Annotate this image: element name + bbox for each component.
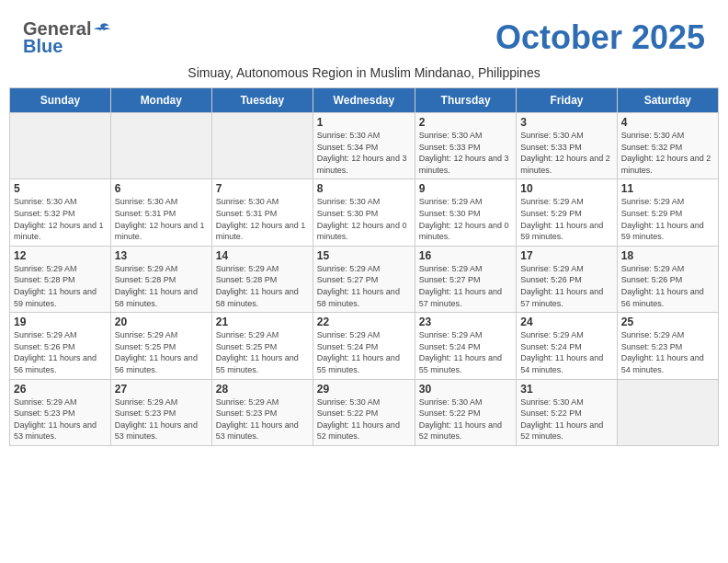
day-info: Sunrise: 5:29 AM Sunset: 5:29 PM Dayligh… bbox=[520, 196, 612, 242]
calendar-cell: 20Sunrise: 5:29 AM Sunset: 5:25 PM Dayli… bbox=[110, 313, 211, 379]
calendar-cell: 5Sunrise: 5:30 AM Sunset: 5:32 PM Daylig… bbox=[10, 179, 111, 246]
day-number: 10 bbox=[520, 182, 612, 195]
calendar-week-row: 12Sunrise: 5:29 AM Sunset: 5:28 PM Dayli… bbox=[10, 246, 719, 312]
day-number: 4 bbox=[621, 116, 714, 129]
calendar-cell: 22Sunrise: 5:29 AM Sunset: 5:24 PM Dayli… bbox=[313, 313, 415, 379]
logo-blue: Blue bbox=[23, 36, 63, 57]
day-number: 28 bbox=[216, 383, 309, 396]
day-info: Sunrise: 5:29 AM Sunset: 5:25 PM Dayligh… bbox=[115, 329, 208, 375]
page-header: General Blue October 2025 bbox=[9, 9, 719, 62]
day-info: Sunrise: 5:30 AM Sunset: 5:32 PM Dayligh… bbox=[621, 130, 714, 176]
day-info: Sunrise: 5:30 AM Sunset: 5:31 PM Dayligh… bbox=[115, 196, 208, 242]
calendar-cell: 9Sunrise: 5:29 AM Sunset: 5:30 PM Daylig… bbox=[415, 179, 516, 246]
calendar-cell: 26Sunrise: 5:29 AM Sunset: 5:23 PM Dayli… bbox=[10, 379, 111, 445]
calendar-cell: 29Sunrise: 5:30 AM Sunset: 5:22 PM Dayli… bbox=[313, 379, 415, 445]
day-info: Sunrise: 5:29 AM Sunset: 5:30 PM Dayligh… bbox=[419, 196, 512, 242]
logo: General Blue bbox=[23, 18, 111, 57]
calendar-cell: 31Sunrise: 5:30 AM Sunset: 5:22 PM Dayli… bbox=[517, 379, 617, 445]
day-info: Sunrise: 5:29 AM Sunset: 5:29 PM Dayligh… bbox=[621, 196, 714, 242]
weekday-header-monday: Monday bbox=[110, 88, 211, 113]
day-info: Sunrise: 5:30 AM Sunset: 5:34 PM Dayligh… bbox=[317, 130, 411, 176]
calendar-cell: 18Sunrise: 5:29 AM Sunset: 5:26 PM Dayli… bbox=[617, 246, 718, 312]
calendar-week-row: 26Sunrise: 5:29 AM Sunset: 5:23 PM Dayli… bbox=[10, 379, 719, 445]
day-number: 5 bbox=[14, 182, 107, 195]
day-info: Sunrise: 5:29 AM Sunset: 5:24 PM Dayligh… bbox=[317, 329, 411, 375]
weekday-header-wednesday: Wednesday bbox=[313, 88, 415, 113]
weekday-header-sunday: Sunday bbox=[10, 88, 111, 113]
calendar-cell bbox=[110, 113, 211, 179]
day-number: 9 bbox=[419, 182, 512, 195]
day-info: Sunrise: 5:29 AM Sunset: 5:26 PM Dayligh… bbox=[621, 263, 714, 309]
weekday-header-thursday: Thursday bbox=[415, 88, 516, 113]
weekday-header-friday: Friday bbox=[517, 88, 617, 113]
day-info: Sunrise: 5:29 AM Sunset: 5:23 PM Dayligh… bbox=[216, 396, 309, 442]
calendar-cell bbox=[10, 113, 111, 179]
day-number: 1 bbox=[317, 116, 411, 129]
day-number: 21 bbox=[216, 316, 309, 328]
day-info: Sunrise: 5:29 AM Sunset: 5:23 PM Dayligh… bbox=[621, 329, 714, 375]
calendar-cell: 13Sunrise: 5:29 AM Sunset: 5:28 PM Dayli… bbox=[110, 246, 211, 312]
month-title: October 2025 bbox=[495, 18, 705, 57]
calendar-table: SundayMondayTuesdayWednesdayThursdayFrid… bbox=[9, 87, 719, 446]
day-info: Sunrise: 5:29 AM Sunset: 5:23 PM Dayligh… bbox=[14, 396, 107, 442]
day-number: 31 bbox=[520, 383, 612, 396]
calendar-cell: 25Sunrise: 5:29 AM Sunset: 5:23 PM Dayli… bbox=[617, 313, 718, 379]
day-number: 19 bbox=[14, 316, 107, 328]
calendar-cell: 3Sunrise: 5:30 AM Sunset: 5:33 PM Daylig… bbox=[517, 113, 617, 179]
calendar-cell: 10Sunrise: 5:29 AM Sunset: 5:29 PM Dayli… bbox=[517, 179, 617, 246]
calendar-week-row: 5Sunrise: 5:30 AM Sunset: 5:32 PM Daylig… bbox=[10, 179, 719, 246]
calendar-cell: 17Sunrise: 5:29 AM Sunset: 5:26 PM Dayli… bbox=[517, 246, 617, 312]
day-info: Sunrise: 5:29 AM Sunset: 5:27 PM Dayligh… bbox=[419, 263, 512, 309]
day-number: 26 bbox=[14, 383, 107, 396]
day-info: Sunrise: 5:30 AM Sunset: 5:22 PM Dayligh… bbox=[419, 396, 512, 442]
day-number: 3 bbox=[520, 116, 612, 129]
day-info: Sunrise: 5:30 AM Sunset: 5:33 PM Dayligh… bbox=[419, 130, 512, 176]
day-number: 16 bbox=[419, 249, 512, 262]
calendar-cell: 11Sunrise: 5:29 AM Sunset: 5:29 PM Dayli… bbox=[617, 179, 718, 246]
day-info: Sunrise: 5:29 AM Sunset: 5:24 PM Dayligh… bbox=[520, 329, 612, 375]
day-number: 27 bbox=[115, 383, 208, 396]
calendar-week-row: 1Sunrise: 5:30 AM Sunset: 5:34 PM Daylig… bbox=[10, 113, 719, 179]
weekday-header-tuesday: Tuesday bbox=[211, 88, 313, 113]
day-number: 6 bbox=[115, 182, 208, 195]
day-info: Sunrise: 5:29 AM Sunset: 5:25 PM Dayligh… bbox=[216, 329, 309, 375]
day-number: 17 bbox=[520, 249, 612, 262]
subtitle: Simuay, Autonomous Region in Muslim Mind… bbox=[9, 65, 719, 80]
calendar-cell: 23Sunrise: 5:29 AM Sunset: 5:24 PM Dayli… bbox=[415, 313, 516, 379]
calendar-cell: 24Sunrise: 5:29 AM Sunset: 5:24 PM Dayli… bbox=[517, 313, 617, 379]
day-info: Sunrise: 5:29 AM Sunset: 5:26 PM Dayligh… bbox=[14, 329, 107, 375]
day-number: 13 bbox=[115, 249, 208, 262]
day-info: Sunrise: 5:30 AM Sunset: 5:31 PM Dayligh… bbox=[216, 196, 309, 242]
calendar-cell: 15Sunrise: 5:29 AM Sunset: 5:27 PM Dayli… bbox=[313, 246, 415, 312]
day-number: 12 bbox=[14, 249, 107, 262]
calendar-week-row: 19Sunrise: 5:29 AM Sunset: 5:26 PM Dayli… bbox=[10, 313, 719, 379]
day-info: Sunrise: 5:29 AM Sunset: 5:28 PM Dayligh… bbox=[115, 263, 208, 309]
calendar-cell: 8Sunrise: 5:30 AM Sunset: 5:30 PM Daylig… bbox=[313, 179, 415, 246]
day-number: 25 bbox=[621, 316, 714, 328]
calendar-cell: 1Sunrise: 5:30 AM Sunset: 5:34 PM Daylig… bbox=[313, 113, 415, 179]
calendar-cell: 30Sunrise: 5:30 AM Sunset: 5:22 PM Dayli… bbox=[415, 379, 516, 445]
calendar-cell: 16Sunrise: 5:29 AM Sunset: 5:27 PM Dayli… bbox=[415, 246, 516, 312]
day-number: 2 bbox=[419, 116, 512, 129]
day-info: Sunrise: 5:29 AM Sunset: 5:23 PM Dayligh… bbox=[115, 396, 208, 442]
calendar-cell: 7Sunrise: 5:30 AM Sunset: 5:31 PM Daylig… bbox=[211, 179, 313, 246]
day-info: Sunrise: 5:29 AM Sunset: 5:24 PM Dayligh… bbox=[419, 329, 512, 375]
calendar-cell bbox=[617, 379, 718, 445]
weekday-header-saturday: Saturday bbox=[617, 88, 718, 113]
calendar-cell: 12Sunrise: 5:29 AM Sunset: 5:28 PM Dayli… bbox=[10, 246, 111, 312]
calendar-cell: 19Sunrise: 5:29 AM Sunset: 5:26 PM Dayli… bbox=[10, 313, 111, 379]
calendar-cell: 2Sunrise: 5:30 AM Sunset: 5:33 PM Daylig… bbox=[415, 113, 516, 179]
day-number: 11 bbox=[621, 182, 714, 195]
day-info: Sunrise: 5:30 AM Sunset: 5:22 PM Dayligh… bbox=[317, 396, 411, 442]
day-number: 22 bbox=[317, 316, 411, 328]
calendar-cell: 28Sunrise: 5:29 AM Sunset: 5:23 PM Dayli… bbox=[211, 379, 313, 445]
day-info: Sunrise: 5:29 AM Sunset: 5:27 PM Dayligh… bbox=[317, 263, 411, 309]
day-number: 15 bbox=[317, 249, 411, 262]
day-number: 7 bbox=[216, 182, 309, 195]
logo-bird-icon bbox=[93, 22, 111, 37]
day-number: 20 bbox=[115, 316, 208, 328]
weekday-header-row: SundayMondayTuesdayWednesdayThursdayFrid… bbox=[10, 88, 719, 113]
day-number: 29 bbox=[317, 383, 411, 396]
day-info: Sunrise: 5:30 AM Sunset: 5:33 PM Dayligh… bbox=[520, 130, 612, 176]
day-number: 23 bbox=[419, 316, 512, 328]
